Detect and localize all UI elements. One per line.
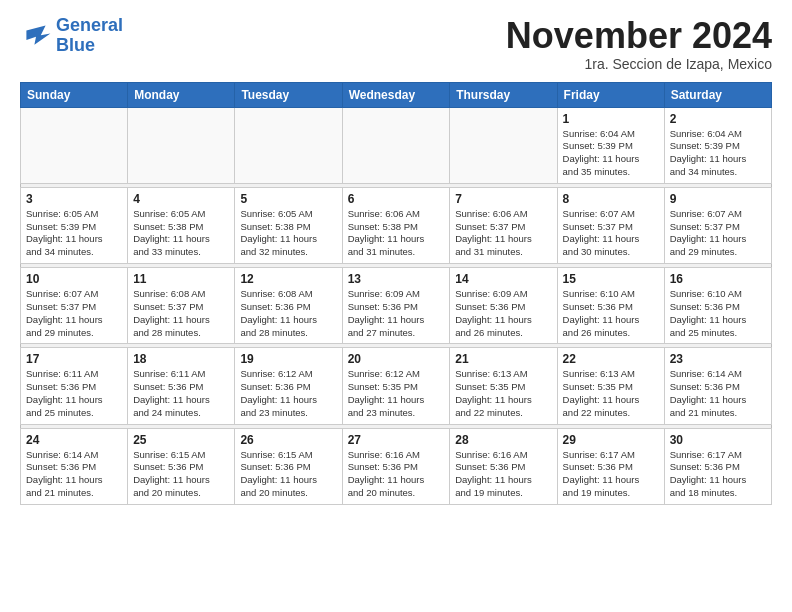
calendar-cell: 9Sunrise: 6:07 AMSunset: 5:37 PMDaylight… xyxy=(664,187,771,263)
calendar-cell: 20Sunrise: 6:12 AMSunset: 5:35 PMDayligh… xyxy=(342,348,450,424)
logo-bird-icon xyxy=(20,22,52,50)
logo: General Blue xyxy=(20,16,123,56)
day-detail: Sunrise: 6:10 AMSunset: 5:36 PMDaylight:… xyxy=(563,288,659,339)
calendar-cell: 21Sunrise: 6:13 AMSunset: 5:35 PMDayligh… xyxy=(450,348,557,424)
calendar-cell: 14Sunrise: 6:09 AMSunset: 5:36 PMDayligh… xyxy=(450,268,557,344)
col-header-thursday: Thursday xyxy=(450,82,557,107)
logo-text: General Blue xyxy=(56,16,123,56)
day-detail: Sunrise: 6:08 AMSunset: 5:37 PMDaylight:… xyxy=(133,288,229,339)
calendar-cell: 11Sunrise: 6:08 AMSunset: 5:37 PMDayligh… xyxy=(128,268,235,344)
day-detail: Sunrise: 6:05 AMSunset: 5:38 PMDaylight:… xyxy=(133,208,229,259)
day-detail: Sunrise: 6:04 AMSunset: 5:39 PMDaylight:… xyxy=(670,128,766,179)
day-number: 21 xyxy=(455,352,551,366)
calendar-table: SundayMondayTuesdayWednesdayThursdayFrid… xyxy=(20,82,772,505)
day-detail: Sunrise: 6:09 AMSunset: 5:36 PMDaylight:… xyxy=(348,288,445,339)
calendar-cell: 16Sunrise: 6:10 AMSunset: 5:36 PMDayligh… xyxy=(664,268,771,344)
day-detail: Sunrise: 6:14 AMSunset: 5:36 PMDaylight:… xyxy=(26,449,122,500)
col-header-tuesday: Tuesday xyxy=(235,82,342,107)
day-number: 4 xyxy=(133,192,229,206)
calendar-cell: 29Sunrise: 6:17 AMSunset: 5:36 PMDayligh… xyxy=(557,428,664,504)
day-number: 26 xyxy=(240,433,336,447)
col-header-monday: Monday xyxy=(128,82,235,107)
day-number: 11 xyxy=(133,272,229,286)
calendar-cell xyxy=(235,107,342,183)
day-number: 25 xyxy=(133,433,229,447)
day-detail: Sunrise: 6:05 AMSunset: 5:39 PMDaylight:… xyxy=(26,208,122,259)
calendar-cell: 27Sunrise: 6:16 AMSunset: 5:36 PMDayligh… xyxy=(342,428,450,504)
calendar-cell: 5Sunrise: 6:05 AMSunset: 5:38 PMDaylight… xyxy=(235,187,342,263)
col-header-wednesday: Wednesday xyxy=(342,82,450,107)
col-header-saturday: Saturday xyxy=(664,82,771,107)
day-detail: Sunrise: 6:08 AMSunset: 5:36 PMDaylight:… xyxy=(240,288,336,339)
day-number: 14 xyxy=(455,272,551,286)
day-number: 7 xyxy=(455,192,551,206)
day-detail: Sunrise: 6:06 AMSunset: 5:38 PMDaylight:… xyxy=(348,208,445,259)
day-number: 24 xyxy=(26,433,122,447)
col-header-friday: Friday xyxy=(557,82,664,107)
header: General Blue November 2024 1ra. Seccion … xyxy=(20,16,772,72)
day-detail: Sunrise: 6:07 AMSunset: 5:37 PMDaylight:… xyxy=(26,288,122,339)
calendar-cell: 23Sunrise: 6:14 AMSunset: 5:36 PMDayligh… xyxy=(664,348,771,424)
day-number: 22 xyxy=(563,352,659,366)
calendar-cell: 4Sunrise: 6:05 AMSunset: 5:38 PMDaylight… xyxy=(128,187,235,263)
calendar-cell xyxy=(450,107,557,183)
calendar-cell xyxy=(128,107,235,183)
day-detail: Sunrise: 6:10 AMSunset: 5:36 PMDaylight:… xyxy=(670,288,766,339)
calendar-cell: 15Sunrise: 6:10 AMSunset: 5:36 PMDayligh… xyxy=(557,268,664,344)
calendar-cell: 13Sunrise: 6:09 AMSunset: 5:36 PMDayligh… xyxy=(342,268,450,344)
day-number: 1 xyxy=(563,112,659,126)
col-header-sunday: Sunday xyxy=(21,82,128,107)
calendar-week-row: 1Sunrise: 6:04 AMSunset: 5:39 PMDaylight… xyxy=(21,107,772,183)
day-number: 30 xyxy=(670,433,766,447)
day-number: 12 xyxy=(240,272,336,286)
calendar-cell: 28Sunrise: 6:16 AMSunset: 5:36 PMDayligh… xyxy=(450,428,557,504)
calendar-cell: 1Sunrise: 6:04 AMSunset: 5:39 PMDaylight… xyxy=(557,107,664,183)
day-detail: Sunrise: 6:14 AMSunset: 5:36 PMDaylight:… xyxy=(670,368,766,419)
calendar-cell: 22Sunrise: 6:13 AMSunset: 5:35 PMDayligh… xyxy=(557,348,664,424)
day-number: 9 xyxy=(670,192,766,206)
location-subtitle: 1ra. Seccion de Izapa, Mexico xyxy=(506,56,772,72)
day-detail: Sunrise: 6:16 AMSunset: 5:36 PMDaylight:… xyxy=(455,449,551,500)
calendar-cell: 7Sunrise: 6:06 AMSunset: 5:37 PMDaylight… xyxy=(450,187,557,263)
calendar-cell: 8Sunrise: 6:07 AMSunset: 5:37 PMDaylight… xyxy=(557,187,664,263)
day-number: 20 xyxy=(348,352,445,366)
calendar-week-row: 24Sunrise: 6:14 AMSunset: 5:36 PMDayligh… xyxy=(21,428,772,504)
month-title: November 2024 xyxy=(506,16,772,56)
calendar-cell: 12Sunrise: 6:08 AMSunset: 5:36 PMDayligh… xyxy=(235,268,342,344)
day-number: 27 xyxy=(348,433,445,447)
day-detail: Sunrise: 6:17 AMSunset: 5:36 PMDaylight:… xyxy=(563,449,659,500)
day-detail: Sunrise: 6:06 AMSunset: 5:37 PMDaylight:… xyxy=(455,208,551,259)
day-number: 5 xyxy=(240,192,336,206)
day-detail: Sunrise: 6:11 AMSunset: 5:36 PMDaylight:… xyxy=(26,368,122,419)
day-number: 6 xyxy=(348,192,445,206)
day-number: 23 xyxy=(670,352,766,366)
calendar-week-row: 10Sunrise: 6:07 AMSunset: 5:37 PMDayligh… xyxy=(21,268,772,344)
calendar-cell: 6Sunrise: 6:06 AMSunset: 5:38 PMDaylight… xyxy=(342,187,450,263)
svg-marker-0 xyxy=(26,25,50,44)
day-detail: Sunrise: 6:11 AMSunset: 5:36 PMDaylight:… xyxy=(133,368,229,419)
calendar-cell: 3Sunrise: 6:05 AMSunset: 5:39 PMDaylight… xyxy=(21,187,128,263)
day-number: 3 xyxy=(26,192,122,206)
calendar-header-row: SundayMondayTuesdayWednesdayThursdayFrid… xyxy=(21,82,772,107)
day-number: 8 xyxy=(563,192,659,206)
day-detail: Sunrise: 6:16 AMSunset: 5:36 PMDaylight:… xyxy=(348,449,445,500)
calendar-cell: 19Sunrise: 6:12 AMSunset: 5:36 PMDayligh… xyxy=(235,348,342,424)
calendar-cell: 25Sunrise: 6:15 AMSunset: 5:36 PMDayligh… xyxy=(128,428,235,504)
day-number: 15 xyxy=(563,272,659,286)
calendar-cell: 10Sunrise: 6:07 AMSunset: 5:37 PMDayligh… xyxy=(21,268,128,344)
day-detail: Sunrise: 6:07 AMSunset: 5:37 PMDaylight:… xyxy=(563,208,659,259)
day-number: 2 xyxy=(670,112,766,126)
calendar-cell xyxy=(21,107,128,183)
calendar-cell: 26Sunrise: 6:15 AMSunset: 5:36 PMDayligh… xyxy=(235,428,342,504)
calendar-cell: 24Sunrise: 6:14 AMSunset: 5:36 PMDayligh… xyxy=(21,428,128,504)
calendar-cell xyxy=(342,107,450,183)
title-area: November 2024 1ra. Seccion de Izapa, Mex… xyxy=(506,16,772,72)
day-detail: Sunrise: 6:12 AMSunset: 5:36 PMDaylight:… xyxy=(240,368,336,419)
calendar-cell: 2Sunrise: 6:04 AMSunset: 5:39 PMDaylight… xyxy=(664,107,771,183)
day-number: 10 xyxy=(26,272,122,286)
day-detail: Sunrise: 6:17 AMSunset: 5:36 PMDaylight:… xyxy=(670,449,766,500)
day-detail: Sunrise: 6:15 AMSunset: 5:36 PMDaylight:… xyxy=(133,449,229,500)
day-number: 19 xyxy=(240,352,336,366)
calendar-cell: 30Sunrise: 6:17 AMSunset: 5:36 PMDayligh… xyxy=(664,428,771,504)
logo-line1: General xyxy=(56,15,123,35)
